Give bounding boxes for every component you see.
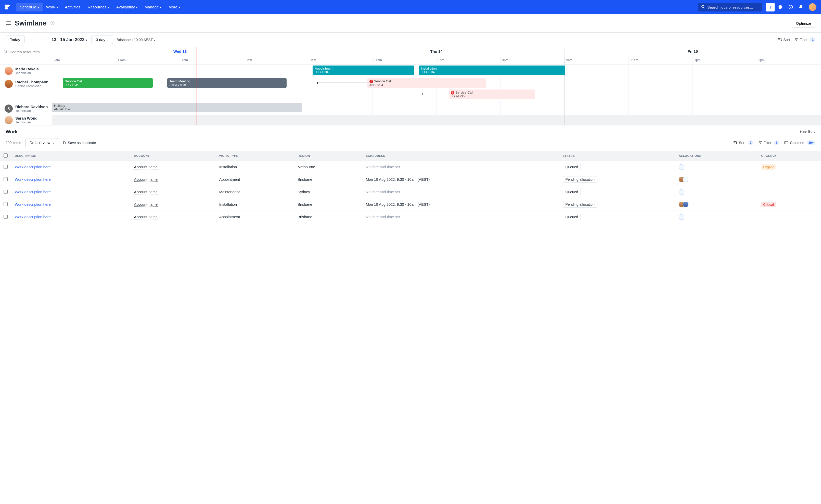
prev-button[interactable]: ‹: [28, 38, 36, 42]
allocations[interactable]: [679, 189, 754, 195]
day-header: Fri 15: [565, 47, 821, 57]
calendar-event[interactable]: Team MeetingActivity note: [167, 78, 286, 88]
global-search-input[interactable]: [707, 5, 759, 9]
account-link[interactable]: Account name: [134, 190, 158, 194]
swimlane-row[interactable]: HolidayANZAC Day: [52, 102, 821, 115]
swimlane-grid: Maria RakalaTechnicianRachel ThompsonSen…: [0, 47, 821, 125]
sync-icon[interactable]: [786, 5, 795, 10]
account-link[interactable]: Account name: [134, 215, 158, 219]
resource-search[interactable]: [0, 47, 52, 57]
date-range[interactable]: 13 - 15 Jan 2022: [52, 37, 87, 42]
allocations[interactable]: [679, 214, 754, 220]
row-checkbox[interactable]: [4, 177, 8, 181]
calendar-event[interactable]: Service CallJOB-1234: [63, 78, 153, 88]
column-header[interactable]: ACCOUNT: [130, 151, 215, 161]
item-count: 200 items: [6, 141, 21, 145]
column-header[interactable]: URGENCY: [758, 151, 821, 161]
work-sort-button[interactable]: Sort3: [733, 140, 753, 145]
calendar-event[interactable]: AppointmentJOB-1234: [313, 66, 414, 75]
gear-icon[interactable]: [50, 21, 55, 26]
swimlane-row[interactable]: [52, 115, 821, 125]
resource-row[interactable]: Sarah WongTechnician: [0, 115, 52, 125]
work-description-link[interactable]: Work description here: [15, 215, 51, 219]
work-type: Installation: [216, 198, 294, 211]
page-title: Swimlane: [15, 19, 47, 27]
allocations[interactable]: [679, 202, 754, 207]
resource-name: Maria Rakala: [15, 67, 39, 71]
app-logo[interactable]: [5, 5, 12, 10]
search-icon: [701, 5, 705, 10]
select-all-checkbox[interactable]: [4, 153, 8, 158]
alert-icon: !: [369, 80, 373, 83]
swimlane-row[interactable]: Service CallJOB-1234Team MeetingActivity…: [52, 77, 821, 102]
view-dropdown[interactable]: Default view: [25, 138, 58, 147]
column-header[interactable]: ALLOCATIONS: [675, 151, 758, 161]
save-duplicate-button[interactable]: Save as duplicate: [62, 141, 96, 145]
region: Brisbane: [294, 198, 362, 211]
column-header[interactable]: SCHEDULED: [362, 151, 559, 161]
work-description-link[interactable]: Work description here: [15, 190, 51, 194]
resource-search-input[interactable]: [10, 50, 48, 54]
column-header[interactable]: DESCRIPTION: [11, 151, 130, 161]
nav-item-work[interactable]: Work: [43, 3, 61, 11]
scheduled: No date and time set: [362, 161, 559, 173]
today-button[interactable]: Today: [6, 35, 24, 44]
account-link[interactable]: Account name: [134, 177, 158, 182]
svg-rect-12: [63, 142, 66, 144]
row-checkbox[interactable]: [4, 165, 8, 169]
work-description-link[interactable]: Work description here: [15, 177, 51, 182]
work-description-link[interactable]: Work description here: [15, 202, 51, 206]
nav-item-schedule[interactable]: Schedule: [16, 3, 43, 11]
calendar-event[interactable]: !Service CallJOB-1234: [367, 78, 486, 88]
add-button[interactable]: +: [766, 3, 775, 11]
columns-button[interactable]: Columns10+: [784, 140, 815, 145]
work-toolbar: 200 items Default view Save as duplicate…: [0, 137, 821, 151]
next-button[interactable]: ›: [39, 38, 47, 42]
allocations[interactable]: [679, 177, 754, 182]
svg-point-6: [52, 22, 53, 24]
global-search[interactable]: [698, 3, 762, 11]
row-checkbox[interactable]: [4, 215, 8, 219]
account-link[interactable]: Account name: [134, 202, 158, 206]
view-select[interactable]: 3 day: [92, 35, 113, 44]
chevron-down-icon: [136, 5, 137, 9]
calendar-event[interactable]: InstallationJOB-1234: [419, 66, 565, 75]
resource-role: Technician: [15, 120, 37, 124]
nav-item-availability[interactable]: Availability: [113, 3, 141, 11]
allocations[interactable]: [679, 164, 754, 170]
search-icon: [4, 49, 8, 54]
hide-list-button[interactable]: Hide list: [800, 130, 815, 134]
scheduled: No date and time set: [362, 211, 559, 223]
nav-item-activities[interactable]: Activities: [61, 3, 84, 11]
work-description-link[interactable]: Work description here: [15, 165, 51, 169]
travel-line: [317, 83, 367, 83]
work-filter-button[interactable]: Filter1: [759, 140, 779, 145]
optimize-button[interactable]: Optimize: [792, 19, 815, 28]
swimlane-row[interactable]: AppointmentJOB-1234InstallationJOB-1234: [52, 64, 821, 77]
nav-item-more[interactable]: More: [165, 3, 184, 11]
user-avatar[interactable]: [809, 3, 816, 11]
chevron-down-icon: [154, 38, 155, 42]
account-link[interactable]: Account name: [134, 165, 158, 169]
menu-icon[interactable]: [6, 21, 11, 26]
bell-icon[interactable]: [797, 5, 805, 10]
column-header[interactable]: WORK TYPE: [216, 151, 294, 161]
nav-item-resources[interactable]: Resources: [84, 3, 113, 11]
column-header[interactable]: REGION: [294, 151, 362, 161]
sort-button[interactable]: Sort: [778, 38, 790, 42]
row-checkbox[interactable]: [4, 190, 8, 194]
column-header[interactable]: STATUS: [559, 151, 675, 161]
nav-item-manage[interactable]: Manage: [141, 3, 165, 11]
resource-row[interactable]: Maria RakalaTechnician: [0, 64, 52, 77]
calendar-event[interactable]: HolidayANZAC Day: [52, 103, 302, 112]
row-checkbox[interactable]: [4, 202, 8, 206]
timeline-grid[interactable]: Wed 13Thu 14Fri 15 9am11am1pm3pm9am11am1…: [52, 47, 821, 125]
chat-icon[interactable]: [776, 5, 785, 10]
filter-button[interactable]: Filter 1: [794, 37, 815, 42]
resource-row[interactable]: Rachel ThompsonSenior Technician: [0, 77, 52, 102]
timezone-select[interactable]: Brisbane +10:00 AEST: [117, 38, 155, 42]
calendar-event[interactable]: !Service CallJOB-1235: [449, 89, 535, 99]
resource-row[interactable]: RRichard DavidsonTechnician: [0, 102, 52, 115]
chevron-down-icon: [38, 5, 39, 9]
sort-count-badge: 3: [748, 140, 753, 145]
